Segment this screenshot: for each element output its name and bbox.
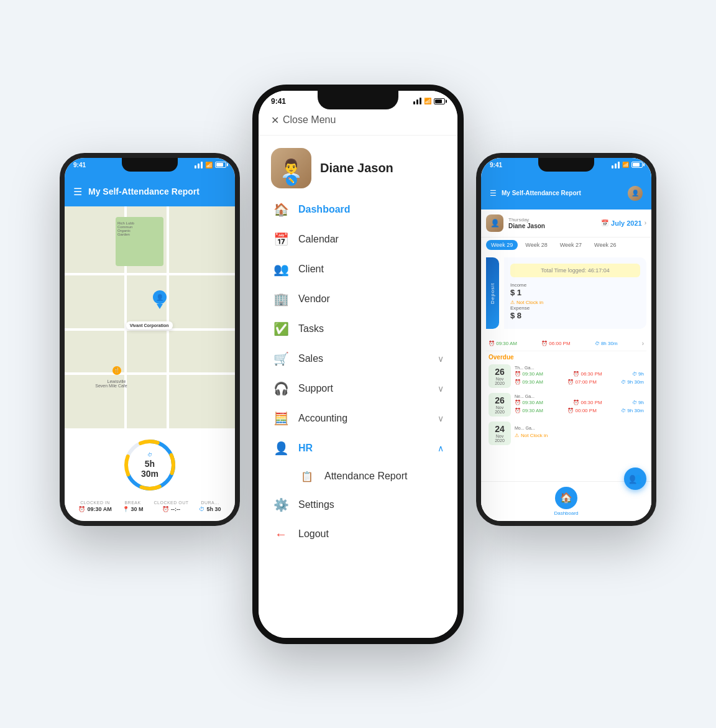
break-row: 📍 30 M (122, 506, 144, 512)
menu-list: 🏠 Dashboard 📅 Calendar 👥 Client 🏢 Vendor (259, 195, 457, 638)
right-phone-content: 9:41 📶 ☰ My Self-A (481, 158, 651, 521)
overdue-start-2: ⏰ 09:30 AM (515, 400, 543, 405)
date-month-3: Nov (492, 434, 507, 438)
sales-icon: 🛒 (272, 351, 290, 366)
date-badge-1: 26 Nov 2020 (489, 364, 511, 388)
overdue-info-3: Mo... Ga... ⚠ Not Clock in (515, 426, 644, 441)
hamburger-icon[interactable]: ☰ (73, 186, 82, 198)
left-notch (122, 158, 178, 172)
deposit-section: Deposit Total Time logged: 46:17:04 Inco… (486, 257, 646, 329)
menu-item-attendance[interactable]: 📋 Attendance Report (264, 463, 452, 490)
overdue-start-1b: ⏰ 09:30 AM (515, 379, 543, 385)
center-battery-fill (435, 99, 442, 103)
menu-item-logout[interactable]: ← Logout (264, 520, 452, 549)
clocked-in-row: ⏰ 09:30 AM (78, 506, 111, 512)
overdue-name-1: Th... Ga... (515, 366, 644, 370)
income-value: $ 1 (510, 288, 640, 297)
food-marker: 🍴 (112, 366, 121, 375)
support-label: Support (298, 383, 429, 394)
left-bottom-panel: ⏱ 5h 30m CLOCKED IN ⏰ 09:30 AM BR (65, 428, 235, 521)
sales-chevron-icon: ∨ (438, 354, 444, 364)
left-phone-content: 9:41 📶 ☰ My Self-Attendance Report (65, 158, 235, 521)
phone-right: 9:41 📶 ☰ My Self-A (476, 153, 656, 526)
warning-icon: ⚠ (510, 300, 515, 305)
week-tab-28[interactable]: Week 28 (520, 240, 552, 250)
menu-item-accounting[interactable]: 🧮 Accounting ∨ (264, 403, 452, 433)
nav-dashboard[interactable]: 🏠 Dashboard (554, 487, 578, 516)
overdue-dur-1: ⏱ 9h (632, 371, 644, 377)
deposit-side-label: Deposit (486, 257, 499, 329)
calendar-month-label: July 2021 (611, 219, 642, 227)
tasks-label: Tasks (298, 323, 444, 334)
timer-text: ⏱ 5h 30m (136, 451, 164, 478)
menu-item-tasks[interactable]: ✅ Tasks (264, 314, 452, 344)
attendance-list: ⏰ 09:30 AM ⏰ 06:00 PM ⏱ 8h 30m › Overdue… (481, 334, 651, 481)
logout-label: Logout (298, 528, 444, 540)
bottom-stats: CLOCKED IN ⏰ 09:30 AM BREAK 📍 30 M (73, 500, 226, 512)
right-bottom-nav: 🏠 Dashboard (481, 481, 651, 521)
user-info-text: Thursday Diane Jason (508, 217, 545, 229)
overdue-row-3: 24 Nov 2020 Mo... Ga... ⚠ Not Clock in (486, 419, 646, 448)
clocked-out-row: ⏰ --:-- (162, 506, 180, 512)
road-h1 (65, 273, 235, 275)
user-info-bar: 👤 Thursday Diane Jason 📅 July 2021 › (481, 210, 651, 237)
clocked-in-label: CLOCKED IN (80, 500, 110, 505)
fab-button[interactable]: 👥 (624, 468, 646, 490)
menu-item-support[interactable]: 🎧 Support ∨ (264, 374, 452, 403)
overdue-label: Overdue (486, 351, 646, 362)
menu-item-dashboard[interactable]: 🏠 Dashboard (264, 195, 452, 224)
income-row: Income $ 1 (510, 282, 640, 297)
right-wifi-icon: 📶 (622, 162, 629, 168)
left-wifi-icon: 📶 (205, 162, 213, 168)
c-signal-3 (420, 98, 421, 104)
location-label: Vivant Corporation (126, 321, 173, 329)
total-time-bar: Total Time logged: 46:17:04 (510, 264, 640, 277)
overdue-dur-2: ⏱ 9h (632, 400, 644, 405)
overdue-end-2b: ⏰ 00:00 PM (567, 408, 596, 413)
r-signal-2 (615, 164, 617, 168)
menu-item-hr[interactable]: 👤 HR ∧ (264, 433, 452, 463)
overdue-info-2: Ne... Ga... ⏰ 09:30 AM ⏰ 06:30 PM ⏱ 9h ⏰… (515, 394, 644, 415)
pin-bubble: 👤 (153, 290, 167, 304)
menu-item-vendor[interactable]: 🏢 Vendor (264, 284, 452, 314)
right-hamburger-icon[interactable]: ☰ (490, 189, 497, 198)
right-battery (631, 162, 643, 168)
timer-icon: ⏱ (136, 451, 164, 457)
menu-item-calendar[interactable]: 📅 Calendar (264, 224, 452, 254)
right-header-left: ☰ (490, 189, 497, 198)
date-year-2: 2020 (492, 410, 507, 414)
menu-item-client[interactable]: 👥 Client (264, 254, 452, 284)
menu-user-section: 👨‍💼 ✏️ Diane Jason (259, 136, 457, 195)
right-header: ☰ My Self-Attendance Report 👤 (481, 168, 651, 210)
calendar-label: Calendar (298, 234, 444, 245)
dashboard-label: Dashboard (298, 204, 444, 215)
date-day-1: 26 (492, 367, 507, 377)
overdue-end-2: ⏰ 06:30 PM (573, 400, 602, 405)
center-wifi-icon: 📶 (424, 98, 431, 104)
user-info-avatar: 👤 (486, 214, 503, 232)
nav-dashboard-label: Dashboard (554, 510, 578, 516)
menu-item-settings[interactable]: ⚙️ Settings (264, 490, 452, 520)
row-chevron-1[interactable]: › (642, 340, 644, 347)
right-header-avatar: 👤 (628, 186, 643, 201)
warning-icon-3: ⚠ (515, 433, 519, 438)
center-notch (318, 91, 398, 109)
edit-avatar-icon[interactable]: ✏️ (286, 175, 297, 186)
week-tab-29[interactable]: Week 29 (486, 240, 518, 250)
close-menu-button[interactable]: ✕ Close Menu (271, 114, 336, 126)
map-pin: 👤 (153, 290, 167, 309)
nav-dashboard-icon-circle: 🏠 (555, 487, 577, 509)
logout-icon: ← (272, 527, 290, 541)
menu-item-sales[interactable]: 🛒 Sales ∨ (264, 344, 452, 374)
right-avatar-img: 👤 (628, 186, 643, 201)
overdue-start-1: ⏰ 09:30 AM (515, 371, 543, 377)
expense-label: Expense (510, 305, 640, 311)
week-tab-26[interactable]: Week 26 (589, 240, 621, 250)
att-dur-1: ⏱ 8h 30m (595, 341, 618, 346)
left-time: 9:41 (73, 162, 86, 168)
date-year-3: 2020 (492, 438, 507, 443)
break-label: BREAK (124, 500, 140, 505)
stat-clocked-out: Clocked OUT ⏰ --:-- (154, 500, 189, 512)
week-tab-27[interactable]: Week 27 (555, 240, 587, 250)
overdue-dur-1b: ⏱ 9h 30m (621, 379, 644, 385)
